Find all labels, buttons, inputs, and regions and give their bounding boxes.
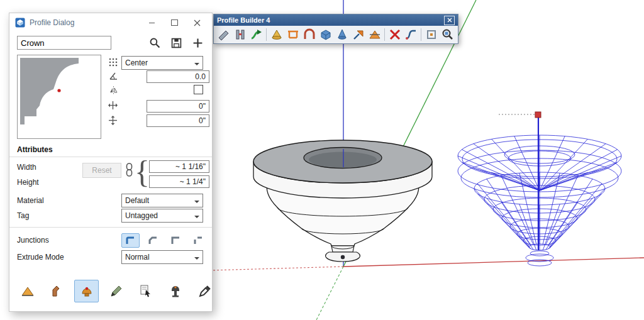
toolbar-separator bbox=[266, 28, 267, 41]
chevron-down-icon bbox=[194, 257, 199, 262]
minimize-button[interactable] bbox=[147, 18, 156, 27]
offset-y-icon bbox=[108, 115, 118, 126]
eyedropper-button[interactable] bbox=[192, 280, 217, 302]
offset-x-field[interactable]: 0" bbox=[147, 100, 209, 113]
extrude-mode-value: Normal bbox=[125, 253, 150, 262]
link-dimensions-icon[interactable] bbox=[125, 163, 133, 177]
minimize-icon bbox=[149, 23, 155, 23]
red-axis-negative bbox=[211, 267, 343, 270]
weld-tool-button[interactable] bbox=[403, 27, 419, 42]
weld-icon bbox=[404, 28, 418, 41]
edit-profile-icon bbox=[109, 284, 124, 299]
toolbar-icon-row bbox=[214, 26, 458, 43]
rotation-value: 0.0 bbox=[195, 72, 206, 81]
save-icon[interactable] bbox=[171, 38, 182, 48]
zoom-profile-icon bbox=[441, 28, 455, 41]
extend-tool-button[interactable] bbox=[350, 27, 366, 42]
link-brace: { bbox=[135, 155, 150, 188]
dialog-title: Profile Dialog bbox=[30, 18, 74, 27]
height-label: Height bbox=[17, 178, 39, 187]
crown-profile-shape bbox=[18, 55, 99, 137]
flip-checkbox[interactable] bbox=[194, 85, 203, 94]
offset-x-value: 0" bbox=[199, 102, 206, 111]
frame-tool-button[interactable] bbox=[423, 27, 439, 42]
junctions-label: Junctions bbox=[17, 236, 49, 245]
profile-name-input[interactable] bbox=[17, 36, 111, 50]
divider bbox=[9, 157, 212, 157]
build-tool-icon bbox=[20, 284, 35, 299]
truss-tool-button[interactable] bbox=[285, 27, 301, 42]
stamp-tool-button[interactable] bbox=[163, 280, 187, 302]
search-icon[interactable] bbox=[149, 37, 160, 48]
app-icon bbox=[15, 18, 25, 28]
profile-preview[interactable] bbox=[17, 55, 101, 139]
extrude-mode-select[interactable]: Normal bbox=[121, 250, 203, 264]
material-select[interactable]: Default bbox=[121, 194, 203, 207]
cone-tool-button[interactable] bbox=[334, 27, 350, 42]
toolbar-separator bbox=[421, 28, 421, 41]
toolbar-title: Profile Builder 4 bbox=[217, 16, 270, 24]
width-field[interactable]: ~ 1 1/16" bbox=[149, 160, 209, 173]
member-tool-button[interactable] bbox=[216, 27, 231, 42]
endpoint-marker[interactable] bbox=[535, 112, 541, 118]
chevron-down-icon bbox=[194, 201, 199, 206]
box-tool-button[interactable] bbox=[318, 27, 333, 42]
close-button[interactable] bbox=[192, 18, 201, 27]
material-select-value: Default bbox=[125, 196, 149, 205]
place-profile-icon bbox=[79, 284, 94, 299]
member-icon bbox=[217, 28, 231, 41]
dialog-titlebar: Profile Dialog bbox=[9, 13, 212, 32]
reset-label: Reset bbox=[92, 166, 111, 175]
edit-profile-button[interactable] bbox=[104, 280, 128, 302]
window-controls bbox=[147, 18, 206, 27]
split-tool-button[interactable] bbox=[387, 27, 402, 42]
junction-option-none[interactable] bbox=[189, 233, 208, 248]
height-field[interactable]: ~ 1 1/4" bbox=[149, 175, 209, 188]
select-members-button[interactable] bbox=[133, 280, 158, 302]
junction-option-bevel[interactable] bbox=[144, 233, 162, 248]
junction-bevel-icon bbox=[148, 236, 158, 245]
close-icon bbox=[194, 19, 201, 26]
toolbar-close-button[interactable] bbox=[444, 16, 455, 25]
revolve-tool-button[interactable] bbox=[269, 27, 284, 42]
reset-button[interactable]: Reset bbox=[82, 163, 121, 178]
maximize-icon bbox=[171, 19, 178, 26]
solid-model[interactable] bbox=[253, 140, 432, 262]
anchor-select[interactable]: Center bbox=[121, 56, 203, 70]
split-icon bbox=[388, 28, 402, 41]
trim-icon bbox=[368, 28, 382, 41]
place-profile-button[interactable] bbox=[74, 280, 99, 302]
offset-x-icon bbox=[108, 101, 118, 110]
width-value: ~ 1 1/16" bbox=[175, 162, 206, 171]
profile-member-icon bbox=[50, 284, 65, 299]
junction-none-icon bbox=[194, 236, 203, 245]
maximize-button[interactable] bbox=[170, 18, 179, 27]
truss-icon bbox=[286, 28, 300, 41]
junction-square-icon bbox=[171, 236, 180, 245]
dialog-tool-row bbox=[15, 280, 217, 302]
width-label: Width bbox=[17, 163, 36, 172]
follow-path-tool-button[interactable] bbox=[248, 27, 264, 42]
offset-y-value: 0" bbox=[199, 116, 206, 125]
extrude-mode-label: Extrude Mode bbox=[17, 253, 64, 262]
attributes-heading: Attributes bbox=[17, 145, 53, 154]
profile-anchor-point bbox=[57, 89, 60, 92]
offset-y-field[interactable]: 0" bbox=[147, 114, 209, 127]
arch-tool-button[interactable] bbox=[301, 27, 317, 42]
red-axis bbox=[343, 258, 644, 267]
junction-option-square[interactable] bbox=[167, 233, 185, 248]
add-profile-icon[interactable] bbox=[192, 38, 203, 48]
junction-option-miter[interactable] bbox=[121, 233, 140, 248]
rotation-field[interactable]: 0.0 bbox=[147, 70, 209, 83]
trim-tool-button[interactable] bbox=[367, 27, 382, 42]
zoom-profile-tool-button[interactable] bbox=[440, 27, 455, 42]
tag-select[interactable]: Untagged bbox=[121, 209, 203, 223]
cone-icon bbox=[335, 28, 349, 41]
junction-miter-icon bbox=[126, 236, 135, 245]
wireframe-model[interactable] bbox=[458, 135, 621, 266]
rotation-angle-icon bbox=[109, 71, 118, 80]
assembly-tool-button[interactable] bbox=[232, 27, 248, 42]
anchor-grid-icon[interactable] bbox=[109, 58, 118, 67]
profile-member-button[interactable] bbox=[45, 280, 69, 302]
build-tool-button[interactable] bbox=[15, 280, 40, 302]
